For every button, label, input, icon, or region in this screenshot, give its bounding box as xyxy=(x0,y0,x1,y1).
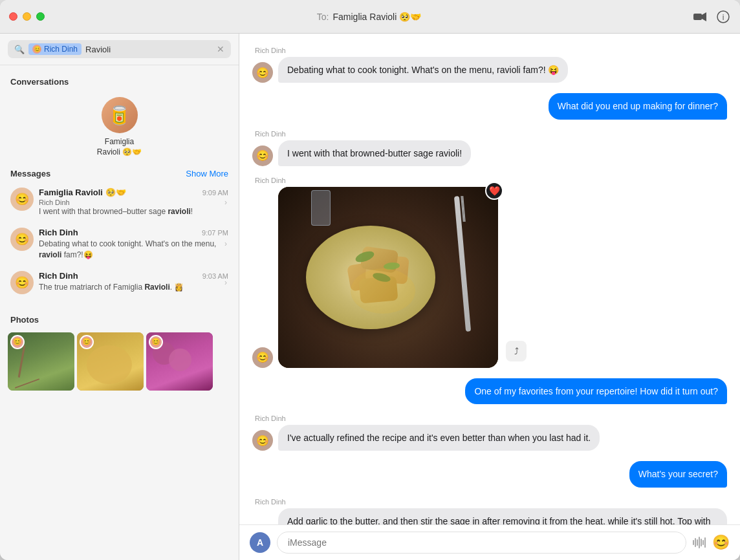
traffic-lights xyxy=(0,12,45,21)
msg-sender-6: Rich Dinh xyxy=(252,415,286,422)
result-text-2: Debating what to cook tonight. What's on… xyxy=(39,239,228,261)
message-result-2[interactable]: 😊 Rich Dinh 9:07 PM Debating what to coo… xyxy=(4,222,235,266)
bubble-8: Add garlic to the butter, and then stir … xyxy=(278,508,727,524)
msg-row-8: 😊 Add garlic to the butter, and then sti… xyxy=(252,508,727,524)
chat-panel: Rich Dinh 😊 Debating what to cook tonigh… xyxy=(239,34,740,560)
msg-row-3: 😊 I went with that browned-butter sage r… xyxy=(252,140,727,166)
main-layout: 🔍 😊 Rich Dinh Ravioli ✕ Conversations 🥫 … xyxy=(0,34,740,560)
chat-input-bar: A 😊 xyxy=(239,524,740,560)
conversation-item[interactable]: 🥫 FamigliaRavioli 🥺🤝 xyxy=(0,91,239,164)
msg-row-2: What did you end up making for dinner? xyxy=(252,93,727,119)
msg-group-6: Rich Dinh 😊 I've actually refined the re… xyxy=(252,415,727,451)
result-sender-1: Rich Dinh xyxy=(39,199,228,206)
message-result-3[interactable]: 😊 Rich Dinh 9:03 AM The true matriarch o… xyxy=(4,266,235,299)
search-area: 🔍 😊 Rich Dinh Ravioli ✕ xyxy=(0,34,239,65)
conversations-section-title: Conversations xyxy=(0,72,239,91)
msg-row-7: What's your secret? xyxy=(252,461,727,487)
photo-thumb-2[interactable]: 😊 xyxy=(77,332,144,391)
messages-header: Messages Show More xyxy=(0,164,239,182)
photo-avatar-3: 😊 xyxy=(149,335,163,349)
msg-avatar-6: 😊 xyxy=(252,430,273,451)
chevron-icon-1: › xyxy=(224,198,227,207)
photo-avatar-1: 😊 xyxy=(10,335,25,349)
ravioli-image[interactable] xyxy=(278,187,498,368)
input-avatar-letter: A xyxy=(257,537,263,548)
msg-avatar-4: 😊 xyxy=(252,347,273,368)
msg-sender-3: Rich Dinh xyxy=(252,130,286,138)
msg-group-3: Rich Dinh 😊 I went with that browned-but… xyxy=(252,130,727,166)
messages-section-title: Messages xyxy=(10,169,50,178)
emoji-button[interactable]: 😊 xyxy=(712,534,730,551)
result-avatar-1: 😊 xyxy=(10,188,34,211)
wave-bar-1 xyxy=(693,540,694,545)
svg-marker-1 xyxy=(702,12,706,21)
app-window: To: Famiglia Ravioli 🥺🤝 i 🔍 😊 Rich Dinh xyxy=(0,0,740,560)
tag-name: Rich Dinh xyxy=(44,45,78,54)
result-header-3: Rich Dinh 9:03 AM xyxy=(39,271,228,281)
conversation-avatar: 🥫 xyxy=(102,97,138,133)
result-content-3: Rich Dinh 9:03 AM The true matriarch of … xyxy=(39,271,228,293)
tag-avatar: 😊 xyxy=(32,45,41,54)
chevron-icon-2: › xyxy=(224,239,227,248)
input-avatar: A xyxy=(250,532,270,553)
wave-bar-4 xyxy=(699,537,700,548)
image-share-button[interactable]: ⤴ xyxy=(506,341,527,361)
msg-row-4: 😊 xyxy=(252,187,727,368)
recipient-label: To: xyxy=(317,12,329,22)
chat-messages: Rich Dinh 😊 Debating what to cook tonigh… xyxy=(239,34,740,524)
msg-group-4: Rich Dinh 😊 xyxy=(252,177,727,368)
titlebar: To: Famiglia Ravioli 🥺🤝 i xyxy=(0,0,740,34)
result-group-name-2: Rich Dinh xyxy=(39,228,78,237)
msg-sender-1: Rich Dinh xyxy=(252,47,286,54)
photo-thumb-3[interactable]: 😊 xyxy=(146,332,213,391)
result-group-name-1: Famiglia Ravioli 🥺🤝 xyxy=(39,188,126,197)
msg-avatar-1: 😊 xyxy=(252,62,273,83)
photo-thumb-1[interactable]: 😊 xyxy=(8,332,74,391)
search-query-text[interactable]: Ravioli xyxy=(85,45,111,54)
result-avatar-3: 😊 xyxy=(10,271,34,294)
photos-grid: 😊 😊 😊 xyxy=(0,328,239,394)
show-more-button[interactable]: Show More xyxy=(186,169,228,178)
bubble-6: I've actually refined the recipe and it'… xyxy=(278,425,600,451)
video-call-button[interactable] xyxy=(693,10,706,23)
titlebar-right: i xyxy=(693,10,740,23)
photos-section-title: Photos xyxy=(0,310,239,328)
search-clear-button[interactable]: ✕ xyxy=(217,44,224,54)
wave-bar-5 xyxy=(701,539,702,546)
result-content-1: Famiglia Ravioli 🥺🤝 9:09 AM Rich Dinh I … xyxy=(39,188,228,217)
message-result-1[interactable]: 😊 Famiglia Ravioli 🥺🤝 9:09 AM Rich Dinh … xyxy=(4,182,235,222)
close-button[interactable] xyxy=(9,12,17,21)
reaction-badge: ❤️ xyxy=(485,182,503,200)
msg-sender-4: Rich Dinh xyxy=(252,177,286,184)
msg-avatar-3: 😊 xyxy=(252,145,273,166)
sidebar: 🔍 😊 Rich Dinh Ravioli ✕ Conversations 🥫 … xyxy=(0,34,239,560)
bubble-1: Debating what to cook tonight. What's on… xyxy=(278,57,568,83)
search-icon: 🔍 xyxy=(14,45,25,54)
search-bar: 🔍 😊 Rich Dinh Ravioli ✕ xyxy=(8,40,231,58)
bubble-2: What did you end up making for dinner? xyxy=(549,93,727,119)
wave-bar-6 xyxy=(702,540,704,545)
msg-group-8: Rich Dinh 😊 Add garlic to the butter, an… xyxy=(252,498,727,524)
result-header-1: Famiglia Ravioli 🥺🤝 9:09 AM xyxy=(39,188,228,197)
maximize-button[interactable] xyxy=(36,12,45,21)
msg-sender-8: Rich Dinh xyxy=(252,498,286,506)
sidebar-content: Conversations 🥫 FamigliaRavioli 🥺🤝 Messa… xyxy=(0,65,239,560)
image-message: ❤️ ⤴ xyxy=(278,187,498,368)
result-time-1: 9:09 AM xyxy=(202,189,228,197)
photo-avatar-2: 😊 xyxy=(80,335,94,349)
svg-rect-0 xyxy=(693,14,702,20)
info-button[interactable]: i xyxy=(717,10,730,23)
conversation-name: FamigliaRavioli 🥺🤝 xyxy=(97,137,142,157)
result-time-2: 9:07 PM xyxy=(202,229,228,237)
wave-bar-3 xyxy=(697,539,698,546)
message-input[interactable] xyxy=(277,532,686,554)
msg-row-5: One of my favorites from your repertoire… xyxy=(252,378,727,404)
msg-row-1: 😊 Debating what to cook tonight. What's … xyxy=(252,57,727,83)
minimize-button[interactable] xyxy=(23,12,31,21)
recipient-name: Famiglia Ravioli 🥺🤝 xyxy=(332,12,421,22)
svg-text:i: i xyxy=(723,13,724,22)
result-content-2: Rich Dinh 9:07 PM Debating what to cook … xyxy=(39,228,228,261)
msg-group-1: Rich Dinh 😊 Debating what to cook tonigh… xyxy=(252,47,727,83)
titlebar-center: To: Famiglia Ravioli 🥺🤝 xyxy=(45,12,693,22)
voice-waveform xyxy=(693,537,706,548)
